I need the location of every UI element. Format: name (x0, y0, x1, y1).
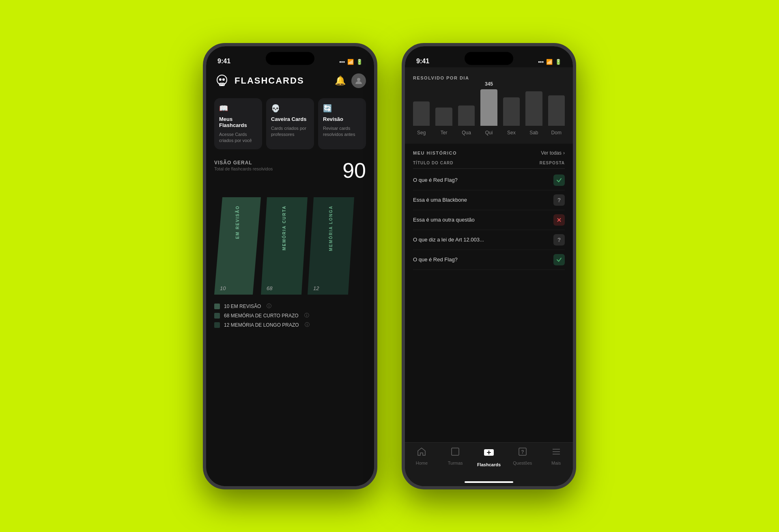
svg-point-4 (219, 78, 222, 81)
home-indicator-bar (465, 481, 513, 483)
tab-flashcards[interactable]: Flashcards (472, 447, 506, 467)
chevron-right-icon: › (563, 150, 565, 156)
tab-bar: Home Turmas (405, 442, 573, 479)
bar-group-4: Sex (503, 95, 520, 136)
turmas-icon (450, 447, 460, 459)
bar-0 (413, 101, 430, 126)
card-desc-2: Revisar cards resolvidos antes (323, 125, 361, 138)
history-rows: O que é Red Flag?Essa é uma Blackbone?Es… (413, 170, 565, 270)
header-icons: 🔔 (335, 73, 366, 88)
para-shape-0: EM REVISÃO 10 (214, 197, 261, 295)
tab-mais[interactable]: Mais (539, 447, 573, 465)
para-chart: EM REVISÃO 10 (206, 185, 374, 299)
bar-group-2: Qua (458, 103, 475, 136)
legend-item-0: 10 EM REVISÃO ⓘ (214, 303, 366, 310)
bar-day-0: Seg (417, 130, 426, 136)
side-button-mute (203, 119, 204, 136)
notification-icon[interactable]: 🔔 (335, 75, 346, 86)
response-badge-0 (553, 174, 565, 186)
legend-info-0: ⓘ (267, 303, 271, 310)
bar-3 (480, 89, 497, 126)
signal-icon: ▪▪▪ (339, 59, 345, 65)
status-icons-1: ▪▪▪ 📶 🔋 (339, 59, 363, 65)
feature-card-caveira[interactable]: 💀 Caveira Cards Cards criados por profes… (266, 98, 314, 150)
tab-mais-label: Mais (551, 461, 561, 465)
history-row-3: O que diz a lei de Art 12.003...? (413, 230, 565, 250)
side-button-vol-up (203, 142, 204, 170)
legend-text-1: 68 MEMÓRIA DE CURTO PRAZO (224, 313, 299, 319)
history-header: MEU HISTÓRICO Ver todas › (413, 150, 565, 156)
bar-day-1: Ter (441, 130, 448, 136)
legend-info-2: ⓘ (305, 321, 310, 328)
history-row-text-3: O que diz a lei de Art 12.003... (413, 237, 484, 243)
legend-item-2: 12 MEMÓRIA DE LONGO PRAZO ⓘ (214, 321, 366, 328)
feature-card-revisao[interactable]: 🔄 Revisão Revisar cards resolvidos antes (318, 98, 366, 150)
tab-turmas[interactable]: Turmas (439, 447, 472, 465)
status-icons-2: ▪▪▪ 📶 🔋 (538, 59, 562, 65)
battery2-icon: 🔋 (555, 59, 562, 65)
para-item-0: EM REVISÃO 10 (214, 189, 261, 295)
ver-todas-text: Ver todas (541, 150, 562, 156)
tab-flashcards-label: Flashcards (477, 462, 501, 467)
bar-group-0: Seg (413, 99, 430, 136)
bar-day-3: Qui (485, 130, 493, 136)
legend-color-0 (214, 304, 220, 309)
para-number-1: 68 (267, 285, 272, 291)
bar-group-5: Sab (525, 89, 542, 136)
history-row-text-1: Essa é uma Blackbone (413, 197, 467, 203)
para-item-2: MEMÓRIA LONGA 12 (308, 189, 354, 295)
mais-icon (551, 447, 561, 459)
history-row-text-0: O que é Red Flag? (413, 177, 458, 183)
questoes-icon: ? (518, 447, 527, 459)
dynamic-island (266, 52, 314, 65)
para-number-0: 10 (220, 285, 226, 291)
bar-group-3: 345Qui (480, 81, 497, 136)
legend-info-1: ⓘ (304, 312, 309, 319)
history-row-0: O que é Red Flag? (413, 170, 565, 190)
status-time-2: 9:41 (416, 58, 429, 65)
bar-day-6: Dom (551, 130, 562, 136)
bar-5 (525, 91, 542, 126)
history-row-2: Essa é uma outra questão (413, 210, 565, 230)
response-badge-1: ? (553, 194, 565, 206)
status-time-1: 9:41 (217, 58, 230, 65)
phone2-side-power (575, 148, 576, 188)
tab-questoes[interactable]: ? Questões (506, 447, 539, 465)
phone1-content: FLASHCARDS 🔔 📖 (206, 67, 374, 486)
phone2-content: RESOLVIDO POR DIA SegTerQua345QuiSexSabD… (405, 67, 573, 486)
overview-header: VISÃO GERAL Total de flashcards resolvid… (214, 160, 366, 181)
chart-title: RESOLVIDO POR DIA (413, 75, 565, 80)
overview-section: VISÃO GERAL Total de flashcards resolvid… (206, 153, 374, 185)
response-badge-3: ? (553, 234, 565, 246)
skull-icon (214, 73, 230, 88)
response-badge-2 (553, 214, 565, 226)
side-button-vol-down (203, 176, 204, 205)
svg-rect-15 (452, 448, 459, 455)
response-badge-4 (553, 254, 565, 265)
para-label-1: MEMÓRIA CURTA (282, 205, 286, 250)
ver-todas-link[interactable]: Ver todas › (541, 150, 565, 156)
battery-icon: 🔋 (356, 59, 363, 65)
skull2-icon: 💀 (271, 104, 309, 113)
history-row-4: O que é Red Flag? (413, 250, 565, 270)
bar-chart: SegTerQua345QuiSexSabDom (413, 87, 565, 136)
side-button-power (377, 148, 377, 188)
chart-section: RESOLVIDO POR DIA SegTerQua345QuiSexSabD… (405, 67, 573, 144)
book-icon: 📖 (219, 104, 257, 113)
feature-card-meus-flashcards[interactable]: 📖 Meus Flashcards Acesse Cards criados p… (214, 98, 262, 150)
history-title: MEU HISTÓRICO (413, 151, 457, 155)
phone2-side-mute (402, 119, 402, 136)
bar-day-4: Sex (507, 130, 516, 136)
flashcards-icon (483, 447, 495, 461)
phone1-screen: 9:41 ▪▪▪ 📶 🔋 (206, 46, 374, 486)
avatar[interactable] (351, 73, 366, 88)
phones-container: 9:41 ▪▪▪ 📶 🔋 (203, 43, 576, 489)
tab-home[interactable]: Home (405, 447, 439, 465)
feature-cards-grid: 📖 Meus Flashcards Acesse Cards criados p… (206, 94, 374, 154)
para-shape-2: MEMÓRIA LONGA 12 (308, 197, 354, 295)
legend-text-2: 12 MEMÓRIA DE LONGO PRAZO (224, 322, 299, 328)
overview-number: 90 (342, 160, 366, 181)
wifi2-icon: 📶 (546, 59, 553, 65)
phone-2: 9:41 ▪▪▪ 📶 🔋 RESOLVIDO POR DIA (402, 43, 576, 489)
phone2-side-vol-up (402, 142, 402, 170)
